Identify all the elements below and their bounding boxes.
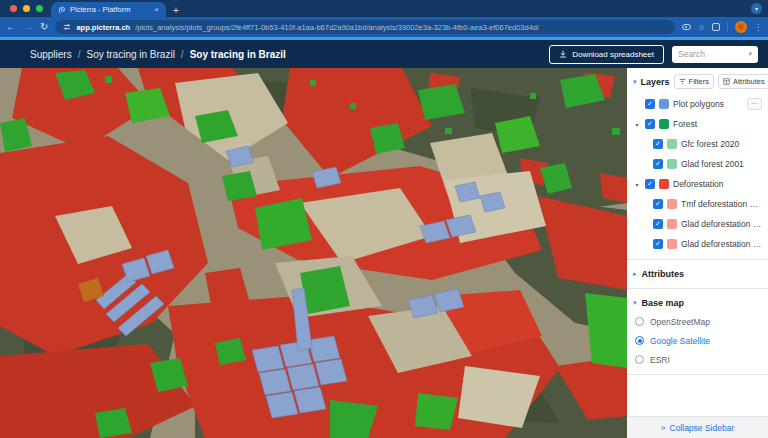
collapse-sidebar-button[interactable]: » Collapse Sidebar [627,416,768,438]
sidebar-divider [627,374,768,375]
layer-label: Glad deforestation until [681,239,762,249]
filters-button[interactable]: Filters [674,74,714,89]
back-icon[interactable]: ← [6,22,16,32]
browser-menu-icon[interactable]: ⋮ [754,23,762,32]
app-header: Suppliers / Soy tracing in Brazil / Soy … [0,40,768,68]
attributes-section-header[interactable]: ▸ Attributes [633,265,762,283]
radio-button[interactable] [635,355,644,364]
minimize-window-button[interactable] [23,5,30,12]
basemap-option-label: ESRI [650,355,670,365]
layer-checkbox[interactable]: ✓ [645,119,655,129]
layer-label: Forest [673,119,762,129]
layer-label: Gfc forest 2020 [681,139,762,149]
breadcrumb-group[interactable]: Soy tracing in Brazil [86,49,174,60]
attributes-button[interactable]: Attributes [718,74,768,89]
layer-checkbox[interactable]: ✓ [645,99,655,109]
picterra-favicon [58,6,66,14]
basemap-option-google-satellite[interactable]: Google Satellite [633,331,762,350]
profile-avatar[interactable] [735,21,747,33]
window-controls [0,0,51,17]
map-canvas[interactable] [0,68,627,438]
browser-tab[interactable]: Picterra - Platform × [51,2,166,17]
filters-button-label: Filters [689,77,709,86]
basemap-option-esri[interactable]: ESRI [633,350,762,369]
layers-header: ▾ Layers Filters Attributes [633,74,762,89]
password-manager-icon[interactable] [682,24,691,30]
breadcrumb-current: Soy tracing in Brazil [190,49,286,60]
layers-chevron-icon[interactable]: ▾ [633,78,637,86]
new-tab-button[interactable]: + [173,5,179,16]
breadcrumb-suppliers[interactable]: Suppliers [30,49,72,60]
layer-row-glad-forest-2001: ✓Glad forest 2001 [633,154,762,174]
layer-color-swatch [667,219,677,229]
collapse-sidebar-icon: » [661,423,666,433]
breadcrumb: Suppliers / Soy tracing in Brazil / Soy … [30,49,549,60]
tab-title: Picterra - Platform [70,5,150,14]
sidebar-divider [627,259,768,260]
layer-label: Deforestation [673,179,762,189]
layer-checkbox[interactable]: ✓ [653,199,663,209]
attributes-chevron-icon: ▸ [633,270,637,278]
layer-color-swatch [667,239,677,249]
close-window-button[interactable] [10,5,17,12]
layer-color-swatch [659,119,669,129]
layer-group-chevron-icon[interactable]: ▾ [633,181,641,188]
basemap-option-openstreetmap[interactable]: OpenStreetMap [633,312,762,331]
layer-menu-icon[interactable]: ··· [747,98,762,110]
layer-row-gfc-forest-2020: ✓Gfc forest 2020 [633,134,762,154]
layer-row-glad-deforestation-before-2021: ✓Glad deforestation before 2021 [633,214,762,234]
basemap-chevron-icon: ▾ [633,299,637,307]
layer-checkbox[interactable]: ✓ [653,219,663,229]
url-host: app.picterra.ch [76,23,130,32]
layer-label: Plot polygons [673,99,743,109]
layer-checkbox[interactable]: ✓ [645,179,655,189]
layer-color-swatch [659,179,669,189]
basemap-option-label: OpenStreetMap [650,317,710,327]
search-input[interactable]: Search ▾ [672,46,758,63]
layers-sidebar: ▾ Layers Filters Attributes ✓Plot polygo… [627,68,768,438]
basemap-options: OpenStreetMapGoogle SatelliteESRI [633,312,762,369]
basemap-section-header[interactable]: ▾ Base map [633,294,762,312]
radio-button[interactable] [635,317,644,326]
search-chevron-icon: ▾ [748,50,752,58]
tab-strip: Picterra - Platform × + ▾ [0,0,768,17]
toolbar-separator [727,22,728,32]
download-spreadsheet-label: Download spreadsheet [572,50,654,59]
reload-icon[interactable]: ↻ [40,22,48,32]
tab-search-button[interactable]: ▾ [751,3,762,14]
forward-icon[interactable]: → [23,22,33,32]
layer-label: Glad deforestation before 2021 [681,219,762,229]
breadcrumb-separator: / [78,49,81,60]
maximize-window-button[interactable] [36,5,43,12]
url-bar[interactable]: app.picterra.ch/plots_analysis/plots_gro… [55,20,674,34]
basemap-option-label: Google Satellite [650,336,710,346]
download-icon [559,50,567,58]
layers-title: Layers [641,77,670,87]
download-spreadsheet-button[interactable]: Download spreadsheet [549,45,664,64]
browser-toolbar: ← → ↻ app.picterra.ch/plots_analysis/plo… [0,17,768,37]
tab-close-icon[interactable]: × [154,6,159,14]
site-settings-icon[interactable] [63,23,71,31]
collapse-sidebar-label: Collapse Sidebar [670,423,735,433]
layer-label: Glad forest 2001 [681,159,762,169]
layer-checkbox[interactable]: ✓ [653,159,663,169]
layer-group-chevron-icon[interactable]: ▾ [633,121,641,128]
layer-color-swatch [667,159,677,169]
satellite-map [0,68,627,438]
toolbar-actions: ☆ ⋮ [682,21,762,33]
layer-color-swatch [667,139,677,149]
browser-window: Picterra - Platform × + ▾ ← → ↻ app.pict… [0,0,768,438]
layer-color-swatch [659,99,669,109]
layer-row-glad-deforestation-until: ✓Glad deforestation until [633,234,762,254]
attributes-button-label: Attributes [733,77,765,86]
basemap-section-title: Base map [642,298,762,308]
layer-checkbox[interactable]: ✓ [653,239,663,249]
layer-row-plot-polygons: ✓Plot polygons··· [633,94,762,114]
bookmark-star-icon[interactable]: ☆ [698,23,705,32]
url-path: /plots_analysis/plots_groups/2fe4ff71-0b… [135,23,539,32]
radio-button[interactable] [635,336,644,345]
table-icon [723,78,730,85]
attributes-section-title: Attributes [642,269,762,279]
layer-checkbox[interactable]: ✓ [653,139,663,149]
extensions-icon[interactable] [712,23,720,31]
